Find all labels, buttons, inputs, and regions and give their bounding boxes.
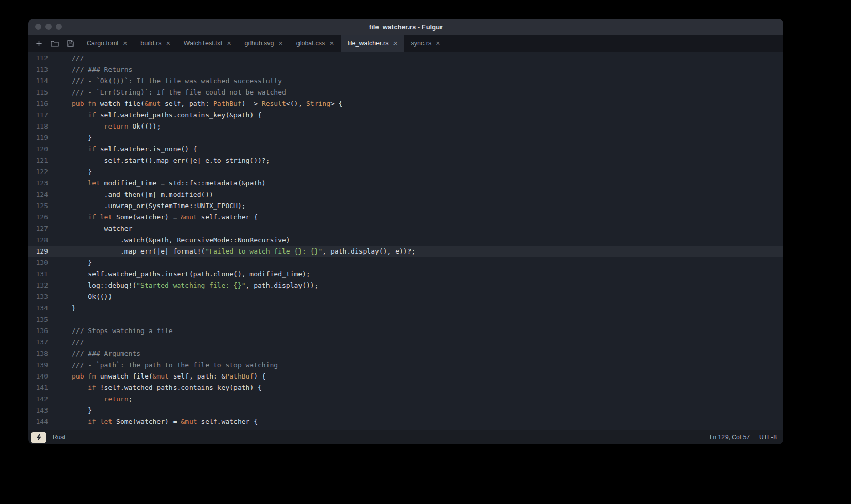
- power-badge[interactable]: [31, 432, 46, 443]
- code-line-117[interactable]: 117 if self.watched_paths.contains_key(&…: [28, 109, 783, 121]
- tab-watchtest-txt[interactable]: WatchTest.txt×: [177, 35, 238, 52]
- line-number: 140: [28, 371, 48, 382]
- code-line-126[interactable]: 126 if let Some(watcher) = &mut self.wat…: [28, 212, 783, 223]
- code-text: return;: [48, 393, 132, 405]
- code-line-119[interactable]: 119 }: [28, 132, 783, 144]
- code-text: }: [48, 303, 76, 314]
- code-line-122[interactable]: 122 }: [28, 166, 783, 178]
- tab-label: build.rs: [140, 40, 161, 47]
- tab-list: Cargo.toml×build.rs×WatchTest.txt×github…: [80, 35, 447, 52]
- code-editor[interactable]: 112///113/// ### Returns114/// - `Ok(())…: [28, 52, 783, 430]
- code-text: if self.watched_paths.contains_key(&path…: [48, 109, 262, 121]
- line-number: 139: [28, 359, 48, 371]
- tab-close-button[interactable]: ×: [436, 40, 440, 47]
- code-text: return Ok(());: [48, 121, 161, 132]
- code-line-114[interactable]: 114/// - `Ok(())`: If the file was watch…: [28, 75, 783, 87]
- code-line-139[interactable]: 139/// - `path`: The path to the file to…: [28, 359, 783, 371]
- code-line-140[interactable]: 140pub fn unwatch_file(&mut self, path: …: [28, 371, 783, 382]
- code-line-144[interactable]: 144 if let Some(watcher) = &mut self.wat…: [28, 416, 783, 428]
- tab-build-rs[interactable]: build.rs×: [134, 35, 177, 52]
- cursor-position[interactable]: Ln 129, Col 57: [710, 434, 750, 441]
- code-line-137[interactable]: 137///: [28, 337, 783, 348]
- window-title: file_watcher.rs - Fulgur: [28, 23, 783, 31]
- tab-close-button[interactable]: ×: [329, 40, 334, 47]
- code-line-143[interactable]: 143 }: [28, 405, 783, 416]
- encoding-indicator[interactable]: UTF-8: [759, 434, 777, 441]
- zoom-window-button[interactable]: [56, 24, 62, 30]
- tab-global-css[interactable]: global.css×: [290, 35, 341, 52]
- code-line-112[interactable]: 112///: [28, 53, 783, 64]
- tab-label: file_watcher.rs: [348, 40, 389, 47]
- code-line-132[interactable]: 132 log::debug!("Started watching file: …: [28, 280, 783, 291]
- code-text: if let Some(watcher) = &mut self.watcher…: [48, 416, 258, 428]
- code-text: }: [48, 405, 92, 416]
- line-number: 119: [28, 132, 48, 144]
- code-text: .and_then(|m| m.modified()): [48, 189, 213, 200]
- floppy-icon: [67, 40, 74, 47]
- code-line-138[interactable]: 138/// ### Arguments: [28, 348, 783, 359]
- code-text: /// ### Returns: [48, 64, 132, 75]
- code-line-127[interactable]: 127 watcher: [28, 223, 783, 234]
- line-number: 112: [28, 53, 48, 64]
- minimize-window-button[interactable]: [45, 24, 52, 30]
- code-line-134[interactable]: 134}: [28, 303, 783, 314]
- line-number: 113: [28, 64, 48, 75]
- code-line-128[interactable]: 128 .watch(&path, RecursiveMode::NonRecu…: [28, 234, 783, 246]
- code-text: if !self.watched_paths.contains_key(path…: [48, 382, 262, 393]
- code-text: if let Some(watcher) = &mut self.watcher…: [48, 212, 258, 223]
- code-text: log::debug!("Started watching file: {}",…: [48, 280, 318, 291]
- plus-icon: [36, 40, 42, 47]
- open-file-button[interactable]: [51, 40, 59, 47]
- code-text: ///: [48, 53, 84, 64]
- code-line-115[interactable]: 115/// - `Err(String)`: If the file coul…: [28, 87, 783, 98]
- titlebar[interactable]: file_watcher.rs - Fulgur: [28, 19, 783, 35]
- code-line-136[interactable]: 136/// Stops watching a file: [28, 325, 783, 337]
- tab-file-watcher-rs[interactable]: file_watcher.rs×: [341, 35, 404, 52]
- tab-label: global.css: [296, 40, 325, 47]
- close-window-button[interactable]: [35, 24, 41, 30]
- code-line-131[interactable]: 131 self.watched_paths.insert(path.clone…: [28, 269, 783, 280]
- code-line-123[interactable]: 123 let modified_time = std::fs::metadat…: [28, 178, 783, 189]
- code-line-129[interactable]: 129 .map_err(|e| format!("Failed to watc…: [28, 246, 783, 257]
- status-bar: Rust Ln 129, Col 57 UTF-8: [28, 430, 783, 444]
- code-line-130[interactable]: 130 }: [28, 257, 783, 269]
- tab-close-button[interactable]: ×: [166, 40, 170, 47]
- tab-label: Cargo.toml: [87, 40, 118, 47]
- tab-sync-rs[interactable]: sync.rs×: [404, 35, 447, 52]
- code-text: .watch(&path, RecursiveMode::NonRecursiv…: [48, 234, 290, 246]
- code-line-120[interactable]: 120 if self.watcher.is_none() {: [28, 144, 783, 155]
- code-line-135[interactable]: 135: [28, 314, 783, 325]
- folder-icon: [51, 40, 59, 47]
- code-line-118[interactable]: 118 return Ok(());: [28, 121, 783, 132]
- tab-close-button[interactable]: ×: [393, 40, 397, 47]
- line-number: 132: [28, 280, 48, 291]
- code-line-113[interactable]: 113/// ### Returns: [28, 64, 783, 75]
- code-line-121[interactable]: 121 self.start().map_err(|e| e.to_string…: [28, 155, 783, 166]
- code-text: /// Stops watching a file: [48, 325, 173, 337]
- tab-github-svg[interactable]: github.svg×: [238, 35, 290, 52]
- traffic-lights: [35, 24, 62, 30]
- code-line-124[interactable]: 124 .and_then(|m| m.modified()): [28, 189, 783, 200]
- line-number: 116: [28, 98, 48, 109]
- tab-label: github.svg: [245, 40, 274, 47]
- line-number: 129: [28, 246, 48, 257]
- line-number: 130: [28, 257, 48, 269]
- code-text: ///: [48, 337, 84, 348]
- code-text: if self.watcher.is_none() {: [48, 144, 197, 155]
- line-number: 133: [28, 291, 48, 303]
- tab-close-button[interactable]: ×: [279, 40, 283, 47]
- save-file-button[interactable]: [67, 40, 74, 47]
- code-line-141[interactable]: 141 if !self.watched_paths.contains_key(…: [28, 382, 783, 393]
- code-line-142[interactable]: 142 return;: [28, 393, 783, 405]
- line-number: 127: [28, 223, 48, 234]
- new-tab-button[interactable]: [36, 40, 42, 47]
- tab-close-button[interactable]: ×: [123, 40, 127, 47]
- tab-cargo-toml[interactable]: Cargo.toml×: [80, 35, 134, 52]
- code-line-125[interactable]: 125 .unwrap_or(SystemTime::UNIX_EPOCH);: [28, 200, 783, 212]
- tab-close-button[interactable]: ×: [227, 40, 231, 47]
- code-text: }: [48, 132, 92, 144]
- code-line-116[interactable]: 116pub fn watch_file(&mut self, path: Pa…: [28, 98, 783, 109]
- language-indicator[interactable]: Rust: [53, 434, 66, 441]
- status-right: Ln 129, Col 57 UTF-8: [710, 434, 777, 441]
- code-line-133[interactable]: 133 Ok(()): [28, 291, 783, 303]
